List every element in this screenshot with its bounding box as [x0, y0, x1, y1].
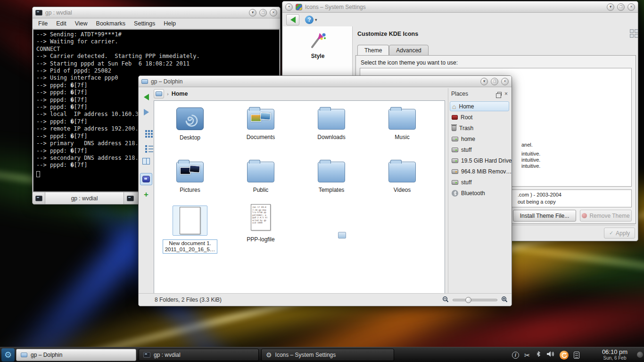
place-trash[interactable]: Trash: [450, 123, 509, 133]
close-button[interactable]: ×: [270, 9, 277, 16]
folder-item-music[interactable]: Music: [372, 105, 433, 140]
place-stuff-1[interactable]: stuff: [450, 145, 509, 155]
file-item-ppp-logfile[interactable]: Jan 17 09:4 7:18 gp-Asp lre-5738 pp pd[1…: [230, 204, 291, 243]
breadcrumb-home-button[interactable]: [154, 89, 164, 99]
help-button[interactable]: ? ▾: [305, 16, 317, 24]
panel-cashew-icon[interactable]: [637, 352, 643, 358]
folder-item-desktop[interactable]: Desktop: [159, 105, 221, 141]
place-label: Bluetooth: [461, 190, 485, 197]
tab-theme[interactable]: Theme: [357, 45, 389, 56]
folder-item-public[interactable]: Public: [230, 157, 291, 193]
zoom-out-icon[interactable]: [442, 296, 449, 304]
menu-bookmarks[interactable]: Bookmarks: [96, 20, 126, 27]
menu-help[interactable]: Help: [164, 20, 176, 27]
tab-advanced[interactable]: Advanced: [389, 45, 428, 56]
zoom-in-icon[interactable]: [501, 296, 508, 304]
minimize-button[interactable]: ▾: [480, 78, 488, 85]
item-label-line1: New document 1.: [165, 240, 215, 247]
menu-view[interactable]: View: [75, 20, 88, 27]
folder-item-templates[interactable]: Templates: [301, 157, 362, 193]
menu-settings[interactable]: Settings: [134, 20, 155, 27]
overview-grid-button[interactable]: [630, 29, 638, 39]
close-button[interactable]: ×: [627, 3, 635, 11]
minimize-button[interactable]: ▾: [607, 3, 614, 11]
icons-view-button[interactable]: [140, 125, 152, 137]
place-home-device[interactable]: home: [450, 134, 509, 144]
maximize-button[interactable]: □: [617, 3, 625, 11]
system-settings-titlebar[interactable]: • Icons – System Settings ▾ □ ×: [282, 1, 638, 13]
maximize-button[interactable]: □: [259, 9, 267, 16]
icons-view-icon: [145, 130, 147, 132]
clipboard-scissors-icon[interactable]: ✂: [524, 352, 530, 359]
maximize-button[interactable]: □: [491, 78, 498, 85]
details-view-button[interactable]: [140, 140, 152, 152]
back-button[interactable]: [286, 14, 299, 25]
sync-status-icon[interactable]: [560, 351, 569, 360]
page-title: Customize KDE Icons: [357, 31, 418, 37]
new-tab-button[interactable]: [33, 192, 45, 204]
digital-clock[interactable]: 06:10 pm Sun, 6 Feb: [593, 348, 636, 361]
install-theme-button[interactable]: Install Theme File...: [513, 210, 576, 222]
file-item-new-document[interactable]: New document 1. 2011_01_20_16_5…: [159, 206, 221, 254]
sidebar-item-style[interactable]: Style: [283, 31, 353, 59]
window-menu-button[interactable]: •: [285, 3, 293, 11]
folder-item-downloads[interactable]: Downloads: [301, 105, 362, 140]
place-stuff-2[interactable]: stuff: [450, 177, 509, 187]
place-label: 964.8 MiB Remov…: [461, 168, 512, 175]
chevron-down-icon: ▾: [315, 17, 317, 22]
terminal-tab[interactable]: gp : wvdial: [45, 192, 124, 204]
minimize-button[interactable]: ▾: [249, 9, 256, 16]
place-bluetooth[interactable]: Bluetooth: [450, 188, 509, 198]
zoom-slider[interactable]: [453, 299, 497, 301]
hard-drive-icon: [452, 148, 458, 152]
float-panel-icon[interactable]: [497, 92, 502, 96]
close-button[interactable]: ×: [501, 78, 509, 85]
item-label: Pictures: [180, 187, 200, 193]
help-icon: ?: [305, 16, 314, 24]
task-system-settings[interactable]: ⚙ Icons – System Settings: [261, 349, 394, 361]
close-panel-icon[interactable]: ×: [504, 90, 508, 97]
bluetooth-icon: [452, 190, 458, 197]
apply-button[interactable]: ✓ Apply: [604, 228, 635, 239]
task-dolphin[interactable]: gp – Dolphin: [16, 349, 136, 361]
forward-button[interactable]: [140, 106, 152, 118]
grid-square: [635, 34, 638, 38]
app-launcher-button[interactable]: ⚙: [1, 348, 15, 362]
task-wvdial[interactable]: gp : wvdial: [139, 349, 259, 361]
volume-icon[interactable]: [546, 351, 554, 359]
place-home[interactable]: ⌂ Home: [450, 101, 509, 111]
dolphin-titlebar[interactable]: gp – Dolphin ▾ □ ×: [139, 76, 512, 87]
theme-tabs: Theme Advanced: [357, 45, 429, 56]
terminal-titlebar[interactable]: gp : wvdial ▾ □ ×: [33, 7, 280, 18]
notifications-icon[interactable]: i: [512, 352, 519, 359]
bluetooth-tray-icon[interactable]: [536, 350, 541, 360]
forward-arrow-icon: [144, 109, 149, 115]
split-view-button[interactable]: +: [140, 188, 152, 200]
place-hard-drive[interactable]: 19.5 GiB Hard Drive: [450, 156, 509, 165]
remove-theme-button[interactable]: Remove Theme: [580, 210, 632, 222]
zoom-slider-handle[interactable]: [465, 297, 471, 303]
menu-file[interactable]: File: [38, 20, 48, 27]
item-label: Videos: [394, 187, 411, 193]
item-label: Downloads: [317, 134, 345, 140]
tab-list-button[interactable]: [124, 192, 136, 204]
back-button[interactable]: [140, 91, 152, 103]
folder-view[interactable]: Desktop Documents Downloads Music: [154, 100, 445, 294]
document-icon: [180, 207, 200, 234]
place-removable-drive[interactable]: 964.8 MiB Remov…: [450, 166, 509, 176]
plus-icon: +: [144, 190, 149, 198]
folder-item-pictures[interactable]: Pictures: [159, 157, 221, 193]
terminal-icon: [143, 352, 150, 358]
system-tray: i ✂: [512, 347, 579, 362]
preview-button[interactable]: [140, 173, 152, 185]
logfile-preview-text: Jan 17 09:4 7:18 gp-Asp lre-5738 pp pd[1…: [251, 205, 270, 226]
columns-view-button[interactable]: [140, 155, 152, 167]
folder-item-documents[interactable]: Documents: [230, 105, 291, 140]
breadcrumb-current[interactable]: Home: [172, 90, 188, 97]
folder-icon: [388, 109, 416, 130]
menu-edit[interactable]: Edit: [56, 20, 66, 27]
folder-icon: [21, 353, 27, 357]
folder-item-videos[interactable]: Videos: [372, 157, 433, 193]
device-notifier-icon[interactable]: [574, 352, 579, 359]
place-root[interactable]: Root: [450, 112, 509, 122]
